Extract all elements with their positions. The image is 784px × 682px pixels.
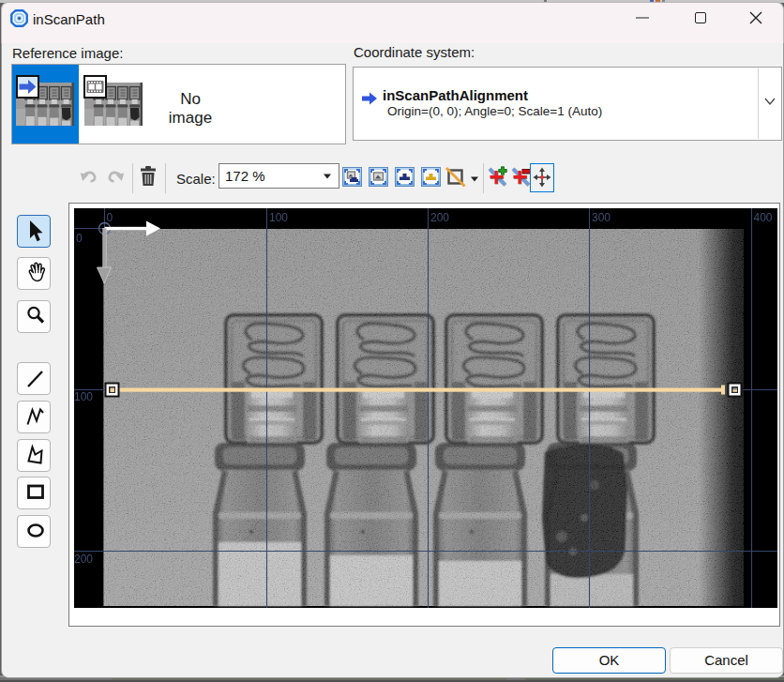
svg-text:200: 200	[430, 211, 449, 224]
svg-text:300: 300	[592, 211, 611, 224]
svg-text:0: 0	[107, 211, 113, 224]
svg-text:0: 0	[76, 232, 83, 245]
svg-text:100: 100	[74, 390, 93, 403]
svg-text:400: 400	[754, 211, 773, 224]
svg-text:100: 100	[269, 211, 288, 224]
svg-text:200: 200	[74, 553, 93, 566]
